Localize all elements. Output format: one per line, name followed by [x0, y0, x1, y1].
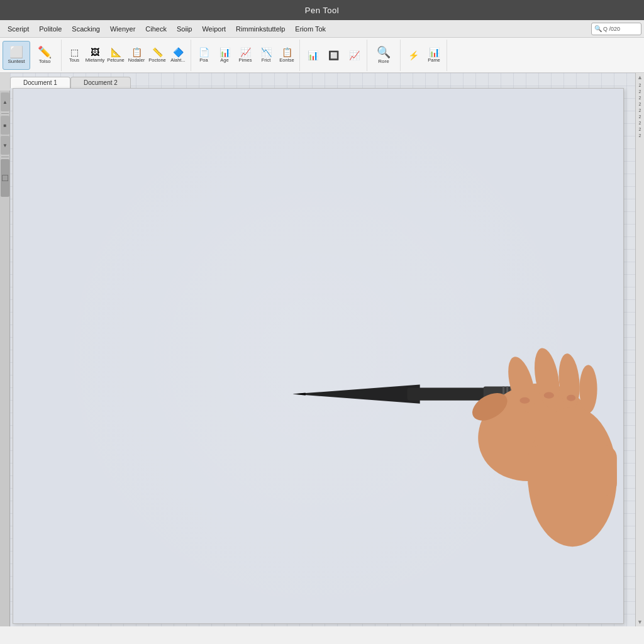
menu-item-weiport[interactable]: Weiport — [197, 24, 231, 34]
toolbar-btn-pimes[interactable]: 📈 Pimes — [235, 41, 255, 70]
alaht-label: Alaht... — [170, 57, 185, 63]
extra1-icon: ⚡ — [408, 51, 419, 60]
toolbar-btn-petcune[interactable]: 📐 Petcune — [106, 41, 126, 70]
left-tool-btn-2[interactable]: ■ — [1, 116, 9, 135]
menu-item-scacking[interactable]: Scacking — [67, 24, 105, 34]
age-icon: 📊 — [219, 48, 230, 57]
menu-item-wienyer[interactable]: Wienyer — [105, 24, 140, 34]
tolso-icon: ✏️ — [38, 47, 52, 58]
scrollbar-numbers: 2 2 2 2 2 2 2 2 2 — [639, 83, 641, 138]
toolbar-btn-tolso[interactable]: ✏️ Tolso — [31, 41, 58, 70]
toolbar-btn-poa[interactable]: 📄 Poa — [194, 41, 214, 70]
toolbar-btn-chart3[interactable]: 📈 — [344, 41, 364, 70]
toolbar-btn-chart2[interactable]: 🔲 — [323, 41, 343, 70]
page-area — [13, 88, 624, 624]
alaht-icon: 🔷 — [173, 48, 184, 57]
toolbar-group-4: 📊 🔲 📈 — [303, 40, 367, 71]
toolbar-btn-mletamty[interactable]: 🖼 Mletamty — [85, 41, 105, 70]
toolbar-btn-frict[interactable]: 📉 Frict — [256, 41, 276, 70]
poa-icon: 📄 — [199, 48, 209, 57]
toolbar-btn-rore[interactable]: 🔍 Rore — [370, 41, 397, 70]
tous-icon: ⬚ — [70, 48, 79, 57]
petcune-label: Petcune — [107, 57, 125, 63]
poctone-icon: 📏 — [152, 48, 163, 57]
pame-icon: 📊 — [429, 48, 440, 57]
age-label: Age — [220, 57, 228, 63]
poctone-label: Poctone — [148, 57, 166, 63]
right-scrollbar[interactable]: ▲ 2 2 2 2 2 2 2 2 2 ▼ — [635, 73, 644, 626]
mletamty-icon: 🖼 — [91, 48, 99, 57]
menu-item-ciheck[interactable]: Ciheck — [140, 24, 172, 34]
left-tool-separator-1 — [1, 113, 9, 114]
tolso-label: Tolso — [39, 58, 51, 64]
left-tool-btn-3[interactable]: ▼ — [1, 136, 9, 155]
app-title: Pen Tool — [305, 6, 339, 15]
suntest-label: Suntest — [8, 58, 25, 64]
toolbar-btn-suntest[interactable]: ⬜ Suntest — [3, 41, 30, 70]
frict-icon: 📉 — [261, 48, 272, 57]
nodaler-label: Nodaler — [128, 57, 145, 63]
left-tool-separator-2 — [1, 157, 9, 157]
menu-search[interactable]: 🔍 Q /020 — [591, 23, 641, 35]
toolbar-btn-poctone[interactable]: 📏 Poctone — [147, 41, 167, 70]
toolbar-btn-nodaler[interactable]: 📋 Nodaler — [126, 41, 147, 70]
tous-label: Tous — [69, 57, 79, 63]
toolbar-group-3: 📄 Poa 📊 Age 📈 Pimes 📉 Frict 📋 Eontse — [194, 40, 300, 71]
main-canvas[interactable]: Document 1 Document 2 — [10, 73, 635, 626]
canvas-wrapper: ▲ ■ ▼ □ Document 1 Document 2 — [0, 73, 644, 626]
pimes-label: Pimes — [239, 57, 252, 63]
toolbar-group-1: ⬜ Suntest ✏️ Tolso — [3, 40, 62, 71]
pame-label: Pame — [428, 57, 440, 63]
scrollbar-up-arrow[interactable]: ▲ — [637, 74, 643, 80]
nodaler-icon: 📋 — [131, 48, 142, 57]
toolbar-btn-alaht[interactable]: 🔷 Alaht... — [168, 41, 188, 70]
toolbar-group-6: ⚡ 📊 Pame — [403, 40, 447, 71]
menu-item-eriom[interactable]: Eriom Tok — [290, 24, 331, 34]
mletamty-label: Mletamty — [86, 57, 104, 63]
menu-item-script[interactable]: Sceript — [3, 24, 34, 34]
toolbar-btn-extra1[interactable]: ⚡ — [403, 41, 423, 70]
rore-label: Rore — [378, 58, 389, 64]
suntest-icon: ⬜ — [9, 47, 23, 58]
scrollbar-down-arrow[interactable]: ▼ — [637, 619, 643, 625]
page-background — [13, 89, 623, 623]
toolbar: ⬜ Suntest ✏️ Tolso ⬚ Tous 🖼 Mletamty 📐 P… — [0, 38, 644, 73]
menu-bar: Sceript Politole Scacking Wienyer Ciheck… — [0, 20, 644, 38]
chart2-icon: 🔲 — [328, 51, 339, 60]
doc-tabs: Document 1 Document 2 — [10, 73, 626, 88]
toolbar-btn-pame[interactable]: 📊 Pame — [424, 41, 444, 70]
toolbar-btn-eontse[interactable]: 📋 Eontse — [277, 41, 297, 70]
menu-item-rimmink[interactable]: Rimminkstuttelp — [231, 24, 290, 34]
pimes-icon: 📈 — [240, 48, 251, 57]
petcune-icon: 📐 — [111, 48, 121, 57]
chart1-icon: 📊 — [308, 51, 318, 60]
left-toolbar: ▲ ■ ▼ □ — [0, 91, 10, 626]
search-icon: 🔍 — [594, 25, 602, 32]
rore-icon: 🔍 — [377, 47, 391, 58]
menu-item-soiip[interactable]: Soiip — [172, 24, 197, 34]
toolbar-group-5: 🔍 Rore — [370, 40, 401, 71]
toolbar-group-2: ⬚ Tous 🖼 Mletamty 📐 Petcune 📋 Nodaler 📏 … — [64, 40, 191, 71]
toolbar-btn-tous[interactable]: ⬚ Tous — [64, 41, 84, 70]
menu-search-text: Q /020 — [603, 26, 620, 32]
left-tool-btn-4[interactable]: □ — [1, 159, 9, 197]
eontse-icon: 📋 — [282, 48, 292, 57]
toolbar-btn-chart1[interactable]: 📊 — [303, 41, 323, 70]
left-tool-btn-1[interactable]: ▲ — [1, 92, 9, 111]
menu-right: 🔍 Q /020 — [591, 23, 641, 35]
chart3-icon: 📈 — [349, 51, 360, 60]
toolbar-btn-age[interactable]: 📊 Age — [214, 41, 235, 70]
frict-label: Frict — [262, 57, 271, 63]
doc-tab-1[interactable]: Document 1 — [10, 77, 70, 88]
doc-tab-2[interactable]: Document 2 — [70, 77, 131, 88]
title-bar: Pen Tool — [0, 0, 644, 20]
menu-item-politole[interactable]: Politole — [34, 24, 67, 34]
poa-label: Poa — [199, 57, 208, 63]
eontse-label: Eontse — [279, 57, 294, 63]
